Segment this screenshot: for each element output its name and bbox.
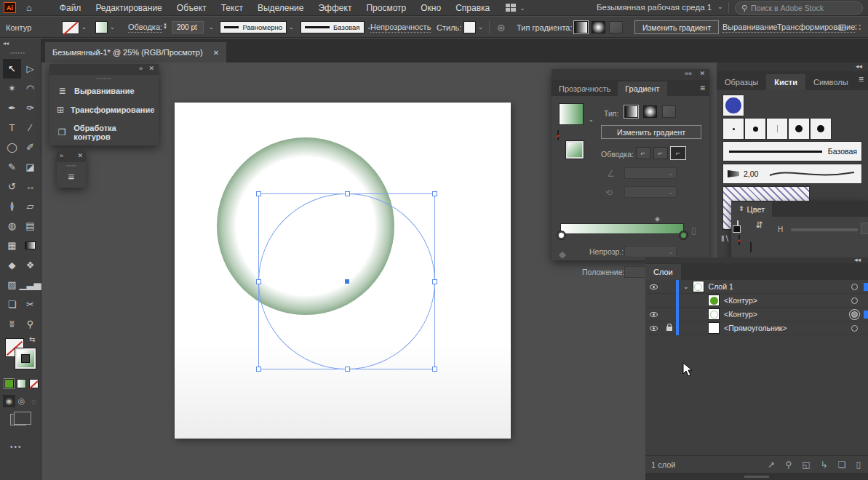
tab-brushes[interactable]: Кисти	[766, 74, 805, 90]
artboard-tool[interactable]: ❏	[3, 295, 21, 314]
gradient-tool[interactable]	[21, 236, 39, 255]
panel-menu-icon[interactable]: ≡	[700, 83, 705, 93]
brush-art[interactable]: 2,00	[722, 164, 862, 184]
visibility-cell[interactable]	[645, 282, 662, 291]
recolor-artwork-icon[interactable]: ⊛	[497, 22, 506, 33]
selection-handle[interactable]	[256, 367, 261, 372]
menu-item-просмотр[interactable]: Просмотр	[359, 1, 413, 15]
selection-handle[interactable]	[256, 191, 261, 196]
brush-definition-dropdown[interactable]: Базовая ⌄	[300, 17, 372, 38]
collapse-icon[interactable]: »	[60, 152, 63, 159]
stroke-weight-label[interactable]: Обводка:	[128, 23, 162, 33]
fill-none-swatch[interactable]	[557, 130, 559, 140]
eraser-tool[interactable]: ◪	[21, 157, 39, 177]
stroke-along-button[interactable]: ⌐	[653, 147, 668, 159]
locate-object-icon[interactable]: ⚲	[785, 460, 792, 470]
close-icon[interactable]: ✕	[77, 152, 83, 159]
layer-thumbnail[interactable]	[708, 295, 720, 306]
close-icon[interactable]: ✕	[148, 65, 154, 72]
panel-header[interactable]: «« ✕	[552, 69, 709, 80]
close-icon[interactable]: ✕	[699, 70, 705, 77]
selection-handle[interactable]	[432, 367, 437, 372]
fill-none-swatch[interactable]	[738, 235, 740, 245]
edit-gradient-button[interactable]: Изменить градиент	[601, 125, 701, 139]
stock-search-input[interactable]: ⚲ Поиск в Adobe Stock	[735, 1, 863, 15]
chevron-down-icon[interactable]: ⌄	[209, 24, 214, 31]
gradient-slider[interactable]	[560, 223, 684, 234]
freeform-gradient-button[interactable]	[609, 21, 623, 33]
drag-handle[interactable]: ▪▪▪▪▪▪	[10, 50, 25, 55]
menu-item-эффект[interactable]: Эффект	[311, 1, 359, 15]
panel-menu-icon[interactable]: ≡	[859, 74, 864, 84]
artboard[interactable]	[175, 103, 511, 439]
collapse-icon[interactable]: ◂◂	[3, 40, 9, 47]
layer-row[interactable]: <Контур>	[645, 308, 868, 321]
trash-icon[interactable]: ▯	[856, 460, 861, 470]
panel-resize-handle[interactable]	[645, 473, 868, 480]
blend-tool[interactable]: ❖	[21, 255, 39, 275]
hamburger-icon[interactable]: ≡	[57, 170, 86, 183]
menu-item-объект[interactable]: Объект	[170, 1, 214, 15]
document-tab[interactable]: Безымянный-1* @ 25% (RGB/Просмотр) ✕	[45, 42, 226, 63]
drag-handle[interactable]: ▪▪▪▪	[57, 162, 86, 169]
layer-label[interactable]: <Контур>	[724, 296, 757, 305]
color-swatch-button[interactable]	[4, 379, 14, 388]
line-segment-tool[interactable]: ∕	[21, 118, 39, 137]
graph-tool[interactable]: ▁▃▅	[21, 275, 39, 295]
fill-color-swatch[interactable]: ⌄	[95, 17, 115, 38]
hue-slider[interactable]	[791, 228, 858, 231]
lasso-tool[interactable]: ◠	[21, 79, 39, 98]
target-icon[interactable]	[851, 284, 858, 290]
width-tool[interactable]: ≬	[3, 196, 21, 216]
libraries-icon[interactable]: ‖∖	[721, 234, 730, 244]
selection-tool[interactable]: ↖	[3, 59, 21, 79]
tab-layers[interactable]: Слои	[645, 264, 681, 280]
gradient-thumbnail[interactable]	[559, 103, 584, 125]
expander-icon[interactable]: ⌄	[683, 283, 689, 290]
menu-item-окно[interactable]: Окно	[413, 1, 448, 15]
brush-calligraphic-4[interactable]	[788, 118, 810, 140]
hue-value-field[interactable]	[861, 223, 868, 234]
selection-center-point[interactable]	[345, 279, 349, 284]
collapse-icon[interactable]: »	[139, 65, 143, 72]
symbol-sprayer-tool[interactable]: ▨	[3, 275, 21, 295]
rotate-tool[interactable]: ↺	[3, 177, 21, 196]
fill-stroke-toggle-icon[interactable]	[737, 220, 738, 231]
slice-tool[interactable]: ✂	[21, 295, 39, 314]
panel-header[interactable]: » ✕	[57, 151, 86, 162]
layer-row[interactable]: ⌄Слой 1	[645, 280, 868, 294]
stroke-color-swatch[interactable]: ⌄	[62, 17, 87, 38]
collect-for-export-icon[interactable]: ↗	[768, 460, 775, 470]
lock-cell[interactable]	[662, 324, 676, 332]
menu-item-справка[interactable]: Справка	[448, 1, 497, 15]
draw-behind-button[interactable]: ◎	[15, 395, 28, 407]
layer-row[interactable]: <Прямоугольник>	[645, 321, 868, 335]
layer-label[interactable]: Слой 1	[709, 282, 733, 291]
freeform-gradient-button[interactable]	[662, 105, 676, 118]
gradient-midpoint[interactable]	[654, 216, 661, 223]
selection-handle[interactable]	[345, 191, 350, 196]
width-profile-dropdown[interactable]: Равномерно ⌄	[220, 17, 294, 38]
gradient-stop-green[interactable]	[680, 231, 688, 239]
menu-item-выделение[interactable]: Выделение	[250, 1, 311, 15]
gradient-stop-white[interactable]	[557, 231, 565, 239]
direct-selection-tool[interactable]: ▷	[21, 59, 39, 79]
style-swatch[interactable]: ⌄	[463, 17, 483, 38]
menu-item-текст[interactable]: Текст	[214, 1, 250, 15]
more-options-icon[interactable]: ∷	[855, 22, 861, 33]
tab-swatches[interactable]: Образцы	[717, 74, 766, 90]
none-swatch-button[interactable]	[29, 379, 39, 388]
brush-calligraphic-3[interactable]	[766, 118, 788, 140]
tab-symbols[interactable]: Символы	[805, 74, 856, 90]
layer-thumbnail[interactable]	[693, 281, 704, 292]
quick-item-pathfinder[interactable]: ❐Обработка контуров	[49, 119, 159, 145]
brush-basic[interactable]: Базовая	[722, 141, 862, 161]
tab-color[interactable]: ⇕ Цвет	[731, 202, 772, 217]
new-sublayer-icon[interactable]: ↳	[821, 460, 828, 470]
workspace-switcher[interactable]: Безымянная рабочая среда 1	[597, 3, 712, 12]
stroke-gradient-swatch[interactable]	[566, 141, 584, 159]
radial-gradient-button[interactable]	[643, 105, 657, 118]
target-icon[interactable]	[851, 311, 858, 318]
layer-label[interactable]: <Контур>	[724, 310, 757, 319]
panel-header[interactable]: » ✕	[49, 64, 159, 75]
